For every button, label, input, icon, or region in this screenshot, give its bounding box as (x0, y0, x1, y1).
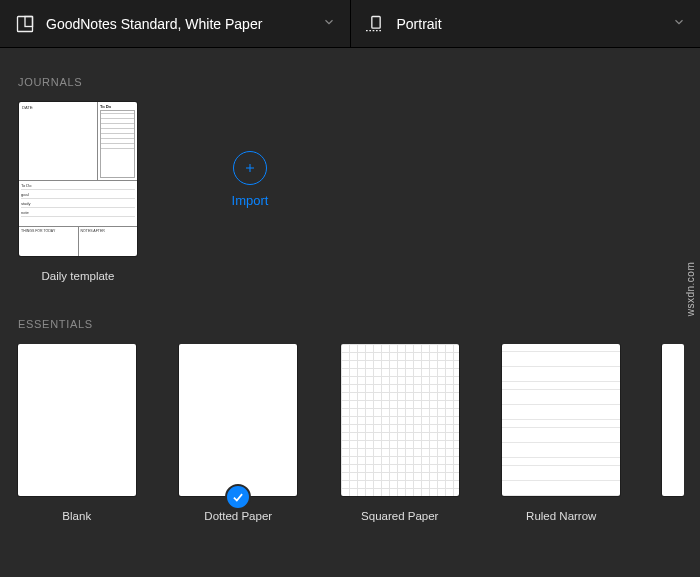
chevron-down-icon (672, 15, 686, 33)
template-label: Daily template (42, 270, 115, 282)
template-label: Ruled Narrow (526, 510, 596, 522)
import-label: Import (232, 193, 269, 208)
paper-type-label: GoodNotes Standard, White Paper (46, 16, 322, 32)
content-area: JOURNALS DATE: To Do To Dogoalstudynote … (0, 48, 700, 522)
template-label: Blank (62, 510, 91, 522)
svg-rect-2 (371, 16, 379, 28)
paper-type-dropdown[interactable]: GoodNotes Standard, White Paper (0, 0, 351, 47)
template-thumbnail (341, 344, 459, 496)
essentials-row: Blank Dotted Paper Squared Paper Ruled N… (16, 344, 684, 522)
orientation-label: Portrait (397, 16, 673, 32)
import-button[interactable]: Import (210, 102, 290, 256)
section-title-journals: JOURNALS (18, 76, 684, 88)
journals-row: DATE: To Do To Dogoalstudynote THINGS FO… (16, 102, 684, 282)
section-title-essentials: ESSENTIALS (18, 318, 684, 330)
template-label: Squared Paper (361, 510, 438, 522)
template-thumbnail (18, 344, 136, 496)
watermark: wsxdn.com (685, 261, 696, 316)
template-partial-next[interactable] (662, 344, 684, 522)
template-daily[interactable]: DATE: To Do To Dogoalstudynote THINGS FO… (16, 102, 140, 282)
template-ruled-narrow[interactable]: Ruled Narrow (501, 344, 623, 522)
orientation-portrait-icon (365, 13, 387, 35)
template-label: Dotted Paper (204, 510, 272, 522)
header-bar: GoodNotes Standard, White Paper Portrait (0, 0, 700, 48)
plus-circle-icon (233, 151, 267, 185)
template-thumbnail (662, 344, 684, 496)
template-thumbnail (502, 344, 620, 496)
template-thumbnail: DATE: To Do To Dogoalstudynote THINGS FO… (19, 102, 137, 256)
orientation-dropdown[interactable]: Portrait (351, 0, 701, 47)
template-blank[interactable]: Blank (16, 344, 138, 522)
selected-check-icon (225, 484, 251, 510)
svg-rect-1 (25, 16, 33, 26)
template-thumbnail (179, 344, 297, 496)
paper-template-icon (14, 13, 36, 35)
template-dotted-paper[interactable]: Dotted Paper (178, 344, 300, 522)
chevron-down-icon (322, 15, 336, 33)
template-squared-paper[interactable]: Squared Paper (339, 344, 461, 522)
